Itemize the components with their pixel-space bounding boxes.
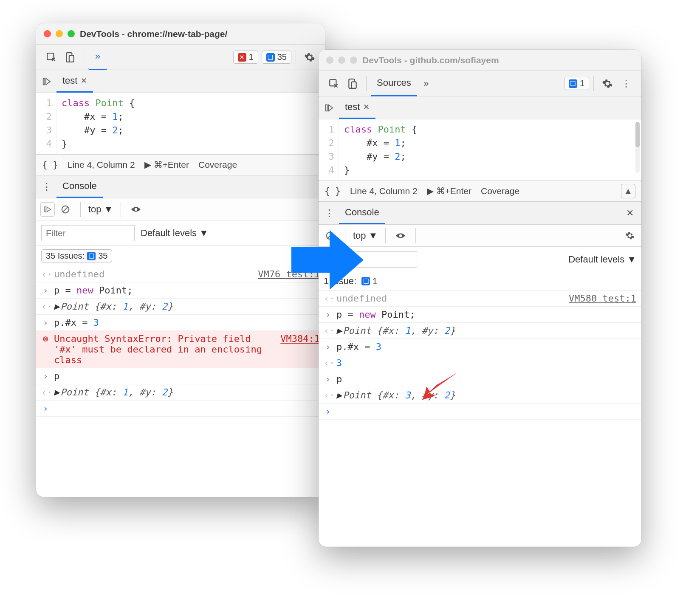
console-row[interactable]: › p = new Point;	[319, 307, 641, 323]
collapse-icon[interactable]: ▲	[621, 184, 635, 198]
chevron-right-icon: ›	[41, 285, 50, 296]
code-area[interactable]: class Point { #x = 1; #y = 2; }	[56, 93, 140, 154]
more-tabs-icon[interactable]: »	[88, 45, 107, 70]
console-prompt[interactable]: ›	[319, 403, 641, 420]
issues-pill[interactable]: 35 Issues: ❑ 35	[41, 249, 112, 262]
settings-icon[interactable]	[300, 48, 319, 67]
device-toolbar-icon[interactable]	[61, 48, 79, 67]
clear-console-icon[interactable]	[58, 202, 73, 217]
close-icon[interactable]	[326, 56, 333, 64]
snippet-tab[interactable]: test ✕	[339, 96, 375, 119]
close-icon[interactable]: ✕	[363, 102, 370, 112]
run-snippet-button[interactable]: ▶ ⌘+Enter	[427, 186, 471, 196]
chevron-right-icon: ›	[324, 309, 332, 320]
context-selector[interactable]: top ▼	[88, 204, 113, 215]
console-row[interactable]: ‹· undefined VM76 test:1	[36, 266, 325, 282]
source-link[interactable]: VM384:1	[280, 333, 320, 344]
console-row[interactable]: ‹· ▶Point {#x: 1, #y: 2}	[319, 323, 641, 339]
issues-badge[interactable]: ❑ 1	[564, 77, 589, 90]
expand-icon[interactable]: ▶	[54, 387, 59, 398]
inspect-element-icon[interactable]	[325, 74, 343, 93]
issues-pill[interactable]: ❑ 1	[361, 276, 377, 286]
console-row[interactable]: › p.#x = 3	[319, 339, 641, 355]
more-tabs-icon[interactable]: »	[417, 74, 436, 93]
result-icon: ‹·	[324, 325, 332, 336]
console-row[interactable]: ‹· ▶Point {#x: 3, #y: 2}	[319, 387, 641, 403]
expand-icon[interactable]: ▶	[336, 325, 342, 336]
settings-icon[interactable]	[598, 74, 617, 93]
console-tab[interactable]: Console	[339, 202, 385, 224]
code-editor[interactable]: 1234 class Point { #x = 1; #y = 2; }	[319, 119, 641, 181]
console-text: undefined	[336, 293, 387, 304]
source-link[interactable]: VM580 test:1	[569, 293, 636, 304]
console-tab[interactable]: Console	[56, 175, 103, 198]
scrollbar-thumb[interactable]	[635, 122, 640, 147]
inspect-element-icon[interactable]	[42, 48, 61, 67]
devtools-window-right: DevTools - github.com/sofiayem Sources »…	[319, 50, 641, 547]
more-icon[interactable]: ⋮	[322, 206, 336, 220]
console-log[interactable]: ‹· undefined VM580 test:1 › p = new Poin…	[319, 291, 641, 547]
errors-badge[interactable]: ✕ 1	[233, 51, 258, 64]
zoom-icon[interactable]	[350, 56, 357, 64]
sources-tabstrip: test ✕	[36, 70, 325, 93]
settings-icon[interactable]	[623, 228, 637, 243]
console-row[interactable]: ‹· ▶Point {#x: 1, #y: 2}	[36, 299, 325, 315]
expand-icon[interactable]: ▶	[54, 301, 59, 312]
issue-icon: ❑	[569, 79, 577, 88]
sources-panel-tab[interactable]: Sources	[371, 71, 417, 96]
console-log[interactable]: ‹· undefined VM76 test:1 › p = new Point…	[36, 266, 325, 497]
console-filter-row: Default levels ▼	[319, 247, 641, 272]
main-toolbar: » ✕ 1 ❑ 35	[36, 45, 325, 70]
snippet-tab[interactable]: test ✕	[56, 70, 93, 93]
format-icon[interactable]: { }	[42, 160, 58, 170]
expand-icon[interactable]: ▶	[336, 390, 342, 401]
minimize-icon[interactable]	[338, 56, 345, 64]
more-icon[interactable]: ⋮	[617, 74, 635, 93]
console-row[interactable]: ‹· ▶Point {#x: 1, #y: 2}	[36, 384, 325, 401]
console-row[interactable]: › p	[36, 368, 325, 384]
sidebar-toggle-icon[interactable]	[40, 202, 55, 217]
resume-icon[interactable]	[322, 101, 336, 115]
code-editor[interactable]: 1234 class Point { #x = 1; #y = 2; }	[36, 93, 325, 154]
issues-row: 35 Issues: ❑ 35	[36, 246, 325, 266]
editor-statusbar: { } Line 4, Column 2 ▶ ⌘+Enter Coverage …	[319, 181, 641, 202]
titlebar[interactable]: DevTools - github.com/sofiayem	[319, 50, 641, 71]
live-expression-icon[interactable]	[393, 228, 408, 243]
more-icon[interactable]: ⋮	[40, 180, 54, 194]
issues-badge[interactable]: ❑ 35	[262, 51, 291, 64]
filter-input[interactable]	[41, 225, 135, 241]
console-row[interactable]: ‹· 3	[319, 355, 641, 371]
console-text: p = new Point;	[336, 309, 415, 320]
chevron-right-icon: ›	[324, 374, 332, 384]
result-icon: ‹·	[324, 390, 332, 401]
console-row[interactable]: › p = new Point;	[36, 282, 325, 299]
coverage-button[interactable]: Coverage	[198, 160, 237, 170]
console-row[interactable]: › p.#x = 3	[36, 315, 325, 331]
console-row[interactable]: › p	[319, 371, 641, 387]
coverage-button[interactable]: Coverage	[481, 186, 519, 196]
chevron-right-icon: ›	[41, 371, 50, 381]
close-icon[interactable]: ✕	[81, 76, 87, 85]
code-area[interactable]: class Point { #x = 1; #y = 2; }	[339, 119, 422, 181]
scrollbar[interactable]	[635, 122, 640, 173]
console-row[interactable]: ‹· undefined VM580 test:1	[319, 291, 641, 307]
issue-icon: ❑	[87, 252, 96, 260]
live-expression-icon[interactable]	[129, 202, 143, 217]
resume-icon[interactable]	[40, 74, 54, 89]
device-toolbar-icon[interactable]	[343, 74, 362, 93]
run-snippet-button[interactable]: ▶ ⌘+Enter	[144, 160, 189, 170]
console-error-row[interactable]: ⊗ Uncaught SyntaxError: Private field '#…	[36, 331, 325, 368]
format-icon[interactable]: { }	[325, 186, 341, 196]
svg-rect-2	[69, 55, 74, 62]
traffic-lights	[44, 30, 75, 37]
console-prompt[interactable]: ›	[36, 401, 325, 417]
titlebar[interactable]: DevTools - chrome://new-tab-page/	[36, 23, 325, 45]
levels-selector[interactable]: Default levels ▼	[568, 254, 636, 265]
separator	[366, 76, 367, 91]
levels-label: Default levels	[568, 254, 624, 265]
close-icon[interactable]: ✕	[623, 206, 637, 220]
close-icon[interactable]	[44, 30, 51, 37]
levels-selector[interactable]: Default levels ▼	[141, 228, 209, 239]
minimize-icon[interactable]	[56, 30, 63, 37]
zoom-icon[interactable]	[68, 30, 75, 37]
